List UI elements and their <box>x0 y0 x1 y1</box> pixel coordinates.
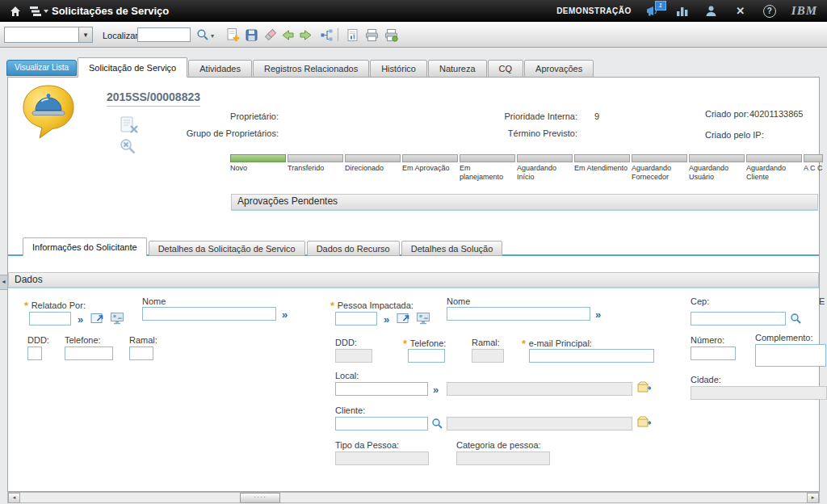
ramal-relatado-input[interactable] <box>129 346 153 360</box>
nome-impactada-detail-menu-icon[interactable] <box>595 309 601 320</box>
complemento-input[interactable] <box>755 344 826 367</box>
tab-cq[interactable]: CQ <box>488 60 524 78</box>
status-step-transferido: Transferido <box>288 154 343 182</box>
numero-input[interactable] <box>691 346 736 360</box>
goto-menu-icon[interactable] <box>29 4 50 19</box>
ddd-impactada-input <box>335 349 372 363</box>
previous-record-icon[interactable] <box>279 27 296 43</box>
pessoa-impactada-person-details-icon[interactable] <box>416 312 430 325</box>
help-icon[interactable]: ? <box>762 4 777 19</box>
tab-registros-relacionados[interactable]: Registros Relacionados <box>253 60 369 78</box>
header-actions: DEMONSTRAÇÃO 1 ✕ ? IBM <box>556 0 817 22</box>
email-principal-input[interactable] <box>529 349 654 363</box>
label-pessoa-impactada: Pessoa Impactada: <box>330 300 414 312</box>
pessoa-impactada-input[interactable] <box>335 312 377 326</box>
nome-impactada-input[interactable] <box>447 307 590 321</box>
label-local: Local: <box>335 371 359 380</box>
horizontal-scrollbar[interactable]: ◂ ▸ <box>7 492 820 503</box>
home-icon[interactable] <box>8 4 23 19</box>
search-icon[interactable] <box>195 27 211 43</box>
label-criado-por: Criado por: <box>705 109 749 119</box>
app-header: Solicitações de Serviço DEMONSTRAÇÃO 1 ✕… <box>0 0 827 22</box>
label-prioridade-interna: Prioridade Interna: <box>452 111 577 121</box>
label-telefone-relatado: Telefone: <box>65 335 101 345</box>
telefone-impactada-input[interactable] <box>408 349 445 363</box>
tab-atividades[interactable]: Atividades <box>188 60 252 78</box>
local-input[interactable] <box>335 382 428 396</box>
tab-natureza[interactable]: Natureza <box>428 60 487 78</box>
subtab-detalhes-solicitacao[interactable]: Detalhes da Solicitação de Servico <box>149 241 305 256</box>
label-cidade: Cidade: <box>691 375 721 384</box>
label-nome-relatado: Nome <box>142 296 166 306</box>
subtab-detalhes-solucao[interactable]: Detalhes da Solução <box>401 241 503 256</box>
user-profile-icon[interactable] <box>704 4 719 19</box>
status-step-aguardando-fornecedor: Aguardando Fornecedor <box>632 154 687 182</box>
save-icon[interactable] <box>243 27 259 43</box>
ramal-impactada-input <box>472 349 504 363</box>
scroll-left-icon[interactable]: ◂ <box>8 493 20 503</box>
categoria-pessoa-input <box>456 452 550 465</box>
tab-historico[interactable]: Histórico <box>370 60 427 78</box>
relatado-por-person-details-icon[interactable] <box>110 312 124 325</box>
new-record-icon[interactable] <box>225 27 241 43</box>
section-aprovacoes-pendentes[interactable]: Aprovações Pendentes <box>231 194 818 211</box>
application-window: Solicitações de Serviço DEMONSTRAÇÃO 1 ✕… <box>0 0 827 504</box>
status-step-em-atendimento: Em Atendimento <box>574 154 630 182</box>
collapse-panel-icon[interactable] <box>0 275 8 290</box>
telefone-relatado-input[interactable] <box>65 346 113 360</box>
status-step-aguardando-cliente: Aguardando Cliente <box>746 154 802 182</box>
status-progress-bar: Novo Transferido Direcionado Em Aprovaçã… <box>230 154 823 182</box>
ddd-relatado-input[interactable] <box>27 346 42 360</box>
relatado-por-input[interactable] <box>29 312 71 326</box>
subtab-dados-recurso[interactable]: Dados do Recurso <box>307 241 400 256</box>
status-step-direcionado: Direcionado <box>345 154 401 182</box>
sub-tabs: Informações do Solicitante Detalhes da S… <box>23 237 502 256</box>
announcements-icon[interactable]: 1 <box>646 4 661 19</box>
workflow-document-icon[interactable] <box>119 116 140 135</box>
scroll-right-icon[interactable]: ▸ <box>807 493 819 503</box>
label-numero: Número: <box>691 335 724 345</box>
label-ddd-relatado: DDD: <box>27 335 49 345</box>
next-record-icon[interactable] <box>297 27 313 43</box>
cep-select-value-icon[interactable] <box>790 313 802 325</box>
close-session-icon[interactable]: ✕ <box>733 4 748 19</box>
cliente-input[interactable] <box>335 417 428 430</box>
tab-aprovacoes[interactable]: Aprovações <box>524 60 594 78</box>
tab-solicitacao-de-servico[interactable]: Solicitação de Serviço <box>78 57 187 78</box>
search-options-arrow-icon[interactable]: ▾ <box>211 32 214 40</box>
scrollbar-thumb[interactable] <box>240 493 280 503</box>
reports-chart-icon[interactable] <box>675 4 690 19</box>
label-cep: Cep: <box>691 296 709 306</box>
nome-relatado-input[interactable] <box>142 307 276 321</box>
pessoa-impactada-go-to-icon[interactable] <box>397 312 411 325</box>
page-title: Solicitações de Serviço <box>52 5 169 17</box>
cliente-select-value-icon[interactable] <box>431 418 443 430</box>
subtab-informacoes-solicitante[interactable]: Informações do Solicitante <box>23 237 147 256</box>
workflow-route-icon[interactable] <box>318 27 334 43</box>
print-icon[interactable] <box>363 27 380 43</box>
status-step-em-aprovacao: Em Aprovação <box>402 154 458 182</box>
tab-visualizar-lista[interactable]: Visualizar Lista <box>6 60 77 76</box>
main-tabs: Solicitação de Serviço Atividades Regist… <box>78 57 594 78</box>
local-detail-menu-icon[interactable] <box>433 384 439 395</box>
find-input[interactable] <box>137 27 191 42</box>
select-action-dropdown[interactable] <box>4 27 93 43</box>
stop-workflow-icon[interactable] <box>119 137 136 155</box>
label-proprietario: Proprietário: <box>166 111 279 121</box>
pessoa-impactada-detail-menu-icon[interactable] <box>384 314 389 325</box>
environment-label: DEMONSTRAÇÃO <box>556 6 632 15</box>
print-with-attachments-icon[interactable] <box>383 27 399 43</box>
cliente-drilldown-icon[interactable] <box>637 415 652 429</box>
cep-input[interactable] <box>691 312 786 326</box>
clear-changes-icon[interactable] <box>262 27 278 43</box>
label-grupo-proprietarios: Grupo de Proprietários: <box>166 128 279 138</box>
section-dados[interactable]: Dados <box>8 272 819 288</box>
run-reports-icon[interactable] <box>344 27 360 43</box>
label-complemento: Complemento: <box>755 333 813 342</box>
label-tipo-pessoa: Tipo da Pessoa: <box>335 440 399 450</box>
local-drilldown-icon[interactable] <box>637 380 652 394</box>
relatado-por-detail-menu-icon[interactable] <box>78 314 83 325</box>
relatado-por-go-to-icon[interactable] <box>90 312 105 325</box>
nome-relatado-detail-menu-icon[interactable] <box>282 309 288 320</box>
main-toolbar: Localizar: ▾ <box>0 22 827 48</box>
